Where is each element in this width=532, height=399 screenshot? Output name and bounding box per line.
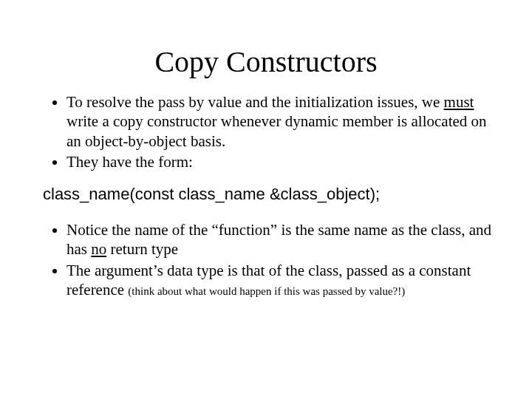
bullet-1-after: write a copy constructor whenever dynami…	[66, 112, 487, 149]
bullet-2: They have the form:	[66, 152, 495, 171]
bullet-1-underlined: must	[444, 93, 474, 111]
bullet-4: The argument’s data type is that of the …	[66, 261, 495, 300]
bullet-3-after: return type	[106, 240, 178, 258]
bullet-list-top: To resolve the pass by value and the ini…	[37, 92, 495, 171]
bullet-1: To resolve the pass by value and the ini…	[66, 92, 495, 151]
bullet-3: Notice the name of the “function” is the…	[66, 220, 495, 259]
bullet-4-note: (think about what would happen if this w…	[128, 285, 405, 297]
bullet-1-before: To resolve the pass by value and the ini…	[66, 93, 444, 111]
slide: Copy Constructors To resolve the pass by…	[0, 0, 532, 399]
bullet-list-bottom: Notice the name of the “function” is the…	[37, 220, 495, 299]
bullet-3-underlined: no	[91, 240, 106, 258]
code-declaration: class_name(const class_name &class_objec…	[43, 185, 495, 204]
slide-title: Copy Constructors	[37, 44, 495, 79]
